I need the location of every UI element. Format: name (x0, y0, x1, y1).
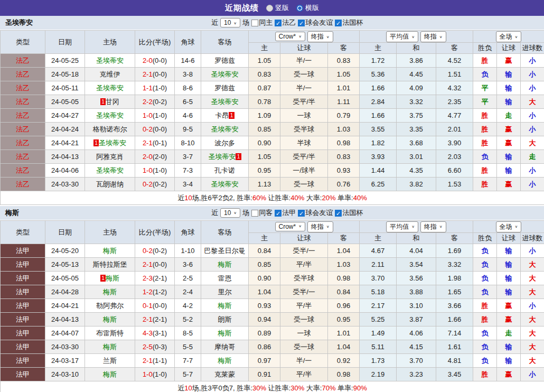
final-index-select[interactable]: 终指∨ (307, 31, 333, 42)
fulltime-score: 0-2 (143, 125, 153, 133)
checkbox-unchecked-icon[interactable] (251, 210, 258, 217)
result-outcome: 负 (473, 326, 497, 340)
recent-label: 近 (211, 208, 218, 218)
games-count-select[interactable]: 10∨ (220, 18, 240, 27)
crow-handicap: 受半/一 (280, 285, 328, 299)
bookmaker-select[interactable]: Crow*∨ (275, 32, 306, 41)
avg-away-odds: 6.60 (436, 164, 473, 178)
halftime-score: (3-1) (153, 329, 167, 337)
filter-checkbox-球会友谊[interactable]: ✓球会友谊 (298, 18, 333, 27)
subcol-header-和: 和 (397, 43, 436, 54)
avg-away-odds: 3.90 (436, 136, 473, 150)
result-outcome: 负 (473, 258, 497, 272)
avg-home-odds: 5.11 (360, 340, 397, 354)
crow-home-odds: 0.94 (249, 313, 280, 326)
avg-home-odds: 5.25 (360, 313, 397, 326)
match-row: 法甲24-05-051梅斯2-3(2-1)2-5雷恩0.90受半球0.983.7… (1, 272, 544, 285)
filter-checkbox-同客[interactable]: 同客 (251, 208, 273, 218)
home-team-name: 圣埃蒂安 (96, 84, 124, 92)
away-team-cell: 卡昂1 (201, 109, 249, 123)
fulltime-score: 2-0 (143, 57, 153, 64)
radio-horizontal[interactable]: 横版 (296, 3, 319, 13)
score-cell: 1-0(1-0) (135, 164, 175, 178)
crow-handicap: 一球 (280, 109, 328, 123)
summary-stat-label: 大率: (304, 194, 322, 202)
checkbox-checked-icon[interactable]: ✓ (275, 20, 282, 26)
filter-checkbox-法国杯[interactable]: ✓法国杯 (335, 208, 363, 218)
date-cell: 24-03-17 (45, 354, 85, 368)
fulltime-select[interactable]: 全场∨ (496, 31, 522, 42)
radio-vertical[interactable]: 竖版 (266, 3, 289, 13)
halftime-score: (0-0) (153, 260, 167, 268)
checkbox-label: 同主 (259, 18, 273, 27)
col-header-角球: 角球 (175, 221, 201, 244)
final-index-select[interactable]: 终指∨ (420, 31, 446, 42)
checkbox-checked-icon[interactable]: ✓ (298, 20, 305, 26)
home-team-name: 圣埃蒂安 (96, 57, 124, 64)
away-team-name: 梅斯 (218, 260, 232, 268)
match-row: 法甲24-04-28梅斯1-2(1-2)2-4里尔1.04受半/一0.845.1… (1, 285, 544, 299)
away-team-name: 梅斯 (218, 357, 232, 365)
chevron-down-icon: ∨ (411, 225, 415, 228)
crow-select-group: Crow*∨ 终指∨ (249, 221, 360, 233)
average-select-group: 平均值∨ 终指∨ (360, 221, 473, 233)
result-handicap: 走 (497, 326, 521, 340)
result-handicap: 赢 (497, 368, 521, 381)
crow-home-odds: 0.93 (249, 299, 280, 313)
summary-stat-label: 让胜率: (266, 194, 290, 202)
filter-checkbox-法乙[interactable]: ✓法乙 (275, 18, 296, 27)
home-team-name: 梅斯 (106, 274, 119, 282)
result-outcome: 负 (473, 150, 497, 164)
bookmaker-select[interactable]: Crow*∨ (275, 222, 306, 231)
crow-handicap: 平/半 (280, 258, 328, 272)
checkbox-checked-icon[interactable]: ✓ (335, 210, 342, 217)
checkbox-unchecked-icon[interactable] (251, 20, 258, 26)
avg-home-odds: 5.36 (360, 68, 397, 81)
filter-checkbox-球会友谊[interactable]: ✓球会友谊 (298, 208, 333, 218)
avg-draw-odds: 3.75 (397, 109, 436, 123)
recent-label: 近 (211, 18, 218, 27)
summary-cell: 近10场,胜6平2负2, 胜率:60% 让胜率:40% 大率:20% 单率:40… (1, 191, 544, 205)
crow-away-odds: 1.11 (328, 95, 360, 109)
final-index-select[interactable]: 终指∨ (307, 221, 333, 232)
home-team-cell: 梅斯 (85, 244, 135, 258)
home-team-cell: 圣埃蒂安 (85, 164, 135, 178)
chevron-down-icon: ∨ (233, 21, 237, 24)
filter-checkbox-法国杯[interactable]: ✓法国杯 (335, 18, 363, 27)
score-cell: 1-2(1-2) (135, 285, 175, 299)
result-handicap: 赢 (497, 178, 521, 191)
result-handicap: 输 (497, 81, 521, 95)
corners-cell: 3-8 (175, 68, 201, 81)
halftime-score: (0-0) (153, 302, 167, 310)
fulltime-score: 0-1 (143, 302, 153, 310)
halftime-score: (0-1) (153, 139, 167, 147)
filter-checkbox-同主[interactable]: 同主 (251, 18, 273, 27)
score-cell: 2-0(2-0) (135, 150, 175, 164)
checkbox-checked-icon[interactable]: ✓ (275, 210, 282, 217)
date-cell: 24-04-06 (45, 164, 85, 178)
final-index-select[interactable]: 终指∨ (420, 221, 446, 232)
col-header-类型: 类型 (1, 31, 45, 54)
result-outcome: 胜 (473, 164, 497, 178)
avg-draw-odds: 3.82 (397, 178, 436, 191)
radio-selected-icon[interactable] (296, 5, 303, 12)
crow-home-odds: 1.13 (249, 178, 280, 191)
avg-away-odds: 1.98 (436, 272, 473, 285)
avg-draw-odds: 3.23 (397, 368, 436, 381)
filter-checkbox-法甲[interactable]: ✓法甲 (275, 208, 296, 218)
chevron-down-icon: ∨ (233, 211, 237, 214)
average-select[interactable]: 平均值∨ (386, 221, 418, 232)
results-table: 类型日期主场比分(半场)角球客场Crow*∨ 终指∨ 平均值∨ 终指∨ 全场∨主… (0, 30, 544, 205)
date-cell: 24-05-11 (45, 81, 85, 95)
games-count-select[interactable]: 10∨ (220, 208, 240, 218)
checkbox-checked-icon[interactable]: ✓ (298, 210, 305, 217)
result-outcome: 负 (473, 285, 497, 299)
match-row: 法乙24-05-25圣埃蒂安2-0(0-0)14-6罗德兹1.05半/一0.83… (1, 54, 544, 68)
result-goals: 大 (521, 258, 544, 272)
checkbox-checked-icon[interactable]: ✓ (335, 20, 342, 26)
home-team-cell: 兰斯 (85, 354, 135, 368)
crow-handicap: 受平/半 (280, 150, 328, 164)
radio-unselected-icon[interactable] (266, 5, 273, 12)
fulltime-select[interactable]: 全场∨ (496, 221, 522, 232)
average-select[interactable]: 平均值∨ (386, 31, 418, 42)
